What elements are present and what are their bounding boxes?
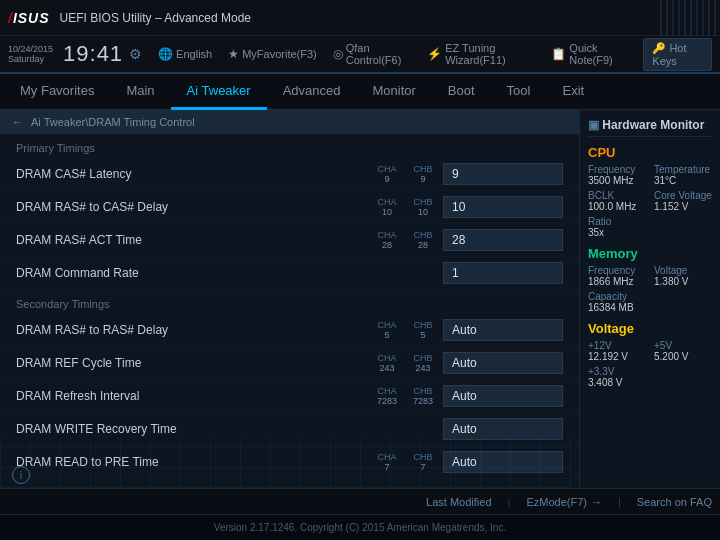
nav-monitor[interactable]: Monitor <box>357 74 432 110</box>
language-selector[interactable]: 🌐 English <box>158 47 212 61</box>
cpu-ratio-item: Ratio 35x <box>588 216 712 238</box>
hot-keys-icon: 🔑 <box>652 42 666 54</box>
breadcrumb: ← Ai Tweaker\DRAM Timing Control <box>0 110 579 134</box>
dram-write-recovery-label: DRAM WRITE Recovery Time <box>16 422 371 436</box>
globe-icon: 🌐 <box>158 47 173 61</box>
dram-command-rate-label: DRAM Command Rate <box>16 266 371 280</box>
nav-advanced[interactable]: Advanced <box>267 74 357 110</box>
cha-chb-5: CHA 243 CHB 243 <box>373 353 437 373</box>
cpu-temp-label: Temperature <box>654 164 712 175</box>
fan-icon: ◎ <box>333 47 343 61</box>
cpu-freq-item: Frequency 3500 MHz <box>588 164 646 186</box>
mem-freq-value: 1866 MHz <box>588 276 646 287</box>
mem-freq-volt-pair: Frequency 1866 MHz Voltage 1.380 V <box>588 265 712 287</box>
hardware-monitor-panel: ▣ Hardware Monitor CPU Frequency 3500 MH… <box>580 110 720 488</box>
dram-write-recovery-row: DRAM WRITE Recovery Time Auto <box>0 413 579 446</box>
dram-write-recovery-value[interactable]: Auto <box>443 418 563 440</box>
dram-read-to-pre-label: DRAM READ to PRE Time <box>16 455 373 469</box>
last-modified-button[interactable]: Last Modified <box>426 496 491 508</box>
secondary-timings-label: Secondary Timings <box>0 290 579 314</box>
cha-chb-2: CHA 28 CHB 28 <box>373 230 437 250</box>
left-panel: ← Ai Tweaker\DRAM Timing Control Primary… <box>0 110 580 488</box>
dram-refresh-interval-value[interactable]: Auto <box>443 385 563 407</box>
cpu-freq-label: Frequency <box>588 164 646 175</box>
quick-note-label: Quick Note(F9) <box>569 42 627 66</box>
note-icon: 📋 <box>551 47 566 61</box>
star-icon: ★ <box>228 47 239 61</box>
time-display: 19:41 <box>63 43 123 65</box>
last-modified-label: Last Modified <box>426 496 491 508</box>
lightning-icon: ⚡ <box>427 47 442 61</box>
qfan-label: Qfan Control(F6) <box>346 42 411 66</box>
header-bar: /ISUS UEFI BIOS Utility – Advanced Mode <box>0 0 720 36</box>
nav-exit[interactable]: Exit <box>546 74 600 110</box>
hot-keys-button[interactable]: 🔑 Hot Keys <box>643 38 712 71</box>
nav-my-favorites[interactable]: My Favorites <box>4 74 110 110</box>
cpu-corevolt-value: 1.152 V <box>654 201 712 212</box>
mem-capacity-value: 16384 MB <box>588 302 712 313</box>
dram-ras-to-ras-value[interactable]: Auto <box>443 319 563 341</box>
info-icon[interactable]: i <box>12 466 30 484</box>
bios-title: UEFI BIOS Utility – Advanced Mode <box>60 11 251 25</box>
footer: Version 2.17.1246. Copyright (C) 2015 Am… <box>0 514 720 540</box>
status-sep-2: | <box>618 496 621 508</box>
cha-chb-6: CHA 7283 CHB 7283 <box>373 386 437 406</box>
dram-command-rate-value[interactable]: 1 <box>443 262 563 284</box>
qfan-control-button[interactable]: ◎ Qfan Control(F6) <box>333 42 411 66</box>
mem-capacity-label: Capacity <box>588 291 712 302</box>
dram-ras-to-cas-value[interactable]: 10 <box>443 196 563 218</box>
language-label: English <box>176 48 212 60</box>
navbar: My Favorites Main Ai Tweaker Advanced Mo… <box>0 74 720 110</box>
nav-ai-tweaker[interactable]: Ai Tweaker <box>171 74 267 110</box>
cpu-freq-temp-pair: Frequency 3500 MHz Temperature 31°C <box>588 164 712 186</box>
dram-cas-latency-row: DRAM CAS# Latency CHA 9 CHB 9 9 <box>0 158 579 191</box>
main-content: ← Ai Tweaker\DRAM Timing Control Primary… <box>0 110 720 488</box>
mem-capacity-item: Capacity 16384 MB <box>588 291 712 313</box>
cha-chb-1: CHA 10 CHB 10 <box>373 197 437 217</box>
dram-cas-latency-value[interactable]: 9 <box>443 163 563 185</box>
dram-ref-cycle-label: DRAM REF Cycle Time <box>16 356 373 370</box>
my-favorite-button[interactable]: ★ MyFavorite(F3) <box>228 47 317 61</box>
nav-boot[interactable]: Boot <box>432 74 491 110</box>
cpu-ratio-label: Ratio <box>588 216 712 227</box>
search-faq-button[interactable]: Search on FAQ <box>637 496 712 508</box>
status-sep-1: | <box>508 496 511 508</box>
dram-read-to-pre-row: DRAM READ to PRE Time CHA 7 CHB 7 Auto <box>0 446 579 479</box>
cpu-bclk-corevolt-pair: BCLK 100.0 MHz Core Voltage 1.152 V <box>588 190 712 212</box>
ez-tuning-button[interactable]: ⚡ EZ Tuning Wizard(F11) <box>427 42 535 66</box>
breadcrumb-text: Ai Tweaker\DRAM Timing Control <box>31 116 195 128</box>
v5-item: +5V 5.200 V <box>654 340 712 362</box>
v12-label: +12V <box>588 340 646 351</box>
dram-ref-cycle-value[interactable]: Auto <box>443 352 563 374</box>
quick-note-button[interactable]: 📋 Quick Note(F9) <box>551 42 627 66</box>
dram-ras-to-cas-label: DRAM RAS# to CAS# Delay <box>16 200 373 214</box>
status-bar: Last Modified | EzMode(F7) → | Search on… <box>0 488 720 514</box>
dram-refresh-interval-row: DRAM Refresh Interval CHA 7283 CHB 7283 … <box>0 380 579 413</box>
dram-refresh-interval-label: DRAM Refresh Interval <box>16 389 373 403</box>
ez-mode-label: EzMode(F7) <box>526 496 587 508</box>
mem-freq-label: Frequency <box>588 265 646 276</box>
toolbar: 10/24/2015 Saturday 19:41 ⚙ 🌐 English ★ … <box>0 36 720 74</box>
v12-value: 12.192 V <box>588 351 646 362</box>
dram-cas-latency-label: DRAM CAS# Latency <box>16 167 373 181</box>
cpu-ratio-value: 35x <box>588 227 712 238</box>
asus-logo: /ISUS <box>8 10 50 26</box>
settings-icon[interactable]: ⚙ <box>129 46 142 62</box>
mem-volt-label: Voltage <box>654 265 712 276</box>
nav-tool[interactable]: Tool <box>491 74 547 110</box>
v5-value: 5.200 V <box>654 351 712 362</box>
cha-chb-0: CHA 9 CHB 9 <box>373 164 437 184</box>
back-arrow[interactable]: ← <box>12 116 23 128</box>
cpu-corevolt-item: Core Voltage 1.152 V <box>654 190 712 212</box>
dram-command-rate-row: DRAM Command Rate 1 <box>0 257 579 290</box>
dram-ras-act-value[interactable]: 28 <box>443 229 563 251</box>
nav-main[interactable]: Main <box>110 74 170 110</box>
mem-volt-item: Voltage 1.380 V <box>654 265 712 287</box>
cha-chb-8: CHA 7 CHB 7 <box>373 452 437 472</box>
cpu-freq-value: 3500 MHz <box>588 175 646 186</box>
v5-label: +5V <box>654 340 712 351</box>
ez-mode-button[interactable]: EzMode(F7) → <box>526 496 602 508</box>
dram-read-to-pre-value[interactable]: Auto <box>443 451 563 473</box>
footer-text: Version 2.17.1246. Copyright (C) 2015 Am… <box>214 522 506 533</box>
datetime: 10/24/2015 Saturday 19:41 ⚙ <box>8 43 142 65</box>
